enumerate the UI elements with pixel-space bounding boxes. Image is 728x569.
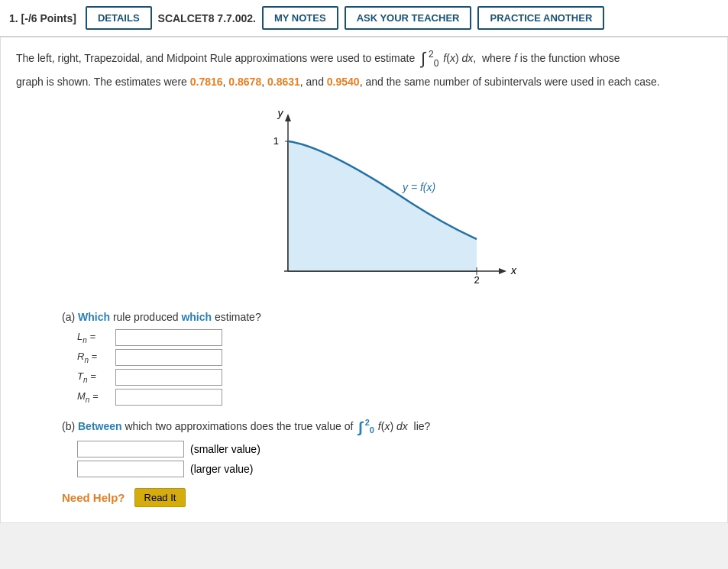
tn-label: Tn =: [77, 370, 115, 384]
mn-input[interactable]: [115, 389, 222, 406]
problem-text-2: graph is shown. The estimates were 0.781…: [16, 73, 712, 90]
ln-label: Ln =: [77, 331, 115, 344]
smaller-label: (smaller value): [190, 443, 260, 455]
graph-container: y 1 x 2 y = f(x): [62, 103, 712, 302]
larger-label: (larger value): [190, 463, 253, 475]
estimate-2: 0.8678: [228, 76, 261, 88]
points-label: 1. [-/6 Points]: [9, 12, 76, 24]
ln-row: Ln =: [77, 329, 712, 346]
part-b-label: (b) Between which two approximations doe…: [62, 418, 712, 435]
smaller-input[interactable]: [77, 441, 184, 457]
tn-input[interactable]: [115, 369, 222, 386]
graph-svg: y 1 x 2 y = f(x): [242, 103, 532, 302]
top-bar: 1. [-/6 Points] DETAILS SCALCET8 7.7.002…: [0, 0, 728, 37]
ask-teacher-button[interactable]: ASK YOUR TEACHER: [345, 6, 472, 30]
details-button[interactable]: DETAILS: [86, 6, 152, 30]
estimate-4: 0.9540: [327, 76, 360, 88]
mn-label: Mn =: [77, 390, 115, 404]
need-help-label: Need Help?: [62, 491, 125, 504]
curve-label: y = f(x): [402, 181, 435, 193]
graph-fill: [288, 141, 477, 271]
main-content: The left, right, Trapezoidal, and Midpoi…: [0, 37, 728, 523]
problem-id: SCALCET8 7.7.002.: [158, 12, 256, 24]
x-tick-2: 2: [474, 274, 479, 286]
practice-another-button[interactable]: PRACTICE ANOTHER: [477, 6, 604, 30]
need-help-section: Need Help? Read It: [62, 488, 712, 507]
my-notes-button[interactable]: MY NOTES: [262, 6, 338, 30]
svg-marker-3: [499, 268, 506, 274]
smaller-row: (smaller value): [77, 441, 712, 457]
part-a-label: (a) Which rule produced which estimate?: [62, 311, 712, 323]
rn-row: Rn =: [77, 349, 712, 366]
larger-input[interactable]: [77, 461, 184, 477]
rn-input[interactable]: [115, 349, 222, 366]
ln-input[interactable]: [115, 329, 222, 346]
problem-text: The left, right, Trapezoidal, and Midpoi…: [16, 50, 712, 67]
y-axis-label: y: [277, 107, 283, 119]
larger-row: (larger value): [77, 461, 712, 477]
smaller-larger-section: (smaller value) (larger value): [77, 441, 712, 477]
read-it-button[interactable]: Read It: [134, 488, 186, 507]
estimate-3: 0.8631: [267, 76, 300, 88]
estimate-1: 0.7816: [190, 76, 223, 88]
x-axis-label: x: [510, 264, 517, 276]
y-tick-1: 1: [273, 135, 278, 147]
mn-row: Mn =: [77, 389, 712, 406]
tn-row: Tn =: [77, 369, 712, 386]
svg-marker-2: [285, 114, 291, 121]
rn-label: Rn =: [77, 351, 115, 364]
